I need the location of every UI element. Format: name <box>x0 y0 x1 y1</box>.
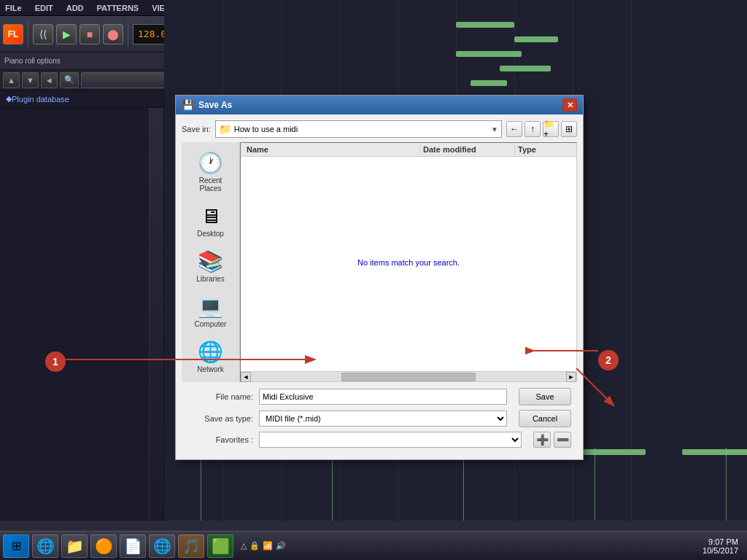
favorites-label: Favorites : <box>187 435 253 444</box>
column-date[interactable]: Date modified <box>420 144 515 155</box>
svg-line-2 <box>576 368 613 405</box>
filetype-select-wrapper: MIDI file (*.mid) <box>259 411 507 427</box>
nav-libraries[interactable]: 📚 Libraries <box>185 246 236 286</box>
filetype-row: Save as type: MIDI file (*.mid) Cancel <box>187 410 571 427</box>
dialog-body: Save in: 📁 How to use a midi ▼ ← ↑ 📁+ ⊞ <box>176 114 583 459</box>
taskbar-network[interactable]: 🌐 <box>149 534 175 558</box>
taskbar-pdf[interactable]: 📄 <box>120 534 146 558</box>
savein-dropdown-arrow[interactable]: ▼ <box>491 125 498 133</box>
filename-label: File name: <box>187 392 253 401</box>
dialog-titlebar: 💾 Save As ✕ <box>176 96 583 114</box>
nav-recent-places[interactable]: 🕐 Recent Places <box>185 148 236 195</box>
savein-select[interactable]: 📁 How to use a midi ▼ <box>215 120 502 138</box>
favorites-row: Favorites : ➕ ➖ <box>187 432 571 448</box>
clock-time: 9:07 PM <box>703 537 738 546</box>
nav-desktop[interactable]: 🖥 Desktop <box>185 201 236 241</box>
desktop-icon: 🖥 <box>201 204 221 228</box>
savein-value: How to use a midi <box>234 125 298 133</box>
annotation-arrow-3 <box>569 365 627 423</box>
savein-row: Save in: 📁 How to use a midi ▼ ← ↑ 📁+ ⊞ <box>182 120 577 138</box>
tray-icon-2: 🔒 <box>249 541 260 551</box>
filetype-select[interactable]: MIDI file (*.mid) <box>259 411 507 427</box>
filename-row: File name: Save <box>187 388 571 405</box>
view-icon[interactable]: ⊞ <box>561 121 577 137</box>
annotation-1: 1 <box>45 351 66 372</box>
filename-input[interactable] <box>259 389 507 405</box>
tray-icon-3: 📶 <box>263 541 273 551</box>
nav-libraries-label: Libraries <box>196 275 224 283</box>
nav-computer-label: Computer <box>195 320 227 328</box>
clock-date: 10/5/2017 <box>703 546 738 555</box>
annotation-arrow-1 <box>66 349 328 370</box>
column-name[interactable]: Name <box>244 144 420 155</box>
taskbar-fl[interactable]: 🎵 <box>178 534 204 558</box>
start-button[interactable]: ⊞ <box>3 534 29 558</box>
taskbar: ⊞ 🌐 📁 🟠 📄 🌐 🎵 🟩 △ 🔒 📶 🔊 9:07 PM 10/5/201… <box>0 531 747 560</box>
bottom-fields: File name: Save Save as type: MIDI file … <box>182 382 577 454</box>
taskbar-explorer[interactable]: 📁 <box>61 534 88 558</box>
favorites-select-wrapper <box>259 432 522 448</box>
save-dialog: 💾 Save As ✕ Save in: 📁 How to use a midi… <box>175 95 584 460</box>
taskbar-ie[interactable]: 🌐 <box>32 534 58 558</box>
dialog-close-button[interactable]: ✕ <box>562 98 577 112</box>
cancel-button-group: Cancel <box>519 410 571 427</box>
recent-places-icon: 🕐 <box>198 151 223 175</box>
column-type[interactable]: Type <box>515 144 573 155</box>
nav-computer[interactable]: 💻 Computer <box>185 292 236 331</box>
taskbar-clock: 9:07 PM 10/5/2017 <box>703 537 744 555</box>
dialog-content-area: 🕐 Recent Places 🖥 Desktop 📚 Libraries 💻 … <box>182 142 577 382</box>
taskbar-green[interactable]: 🟩 <box>207 534 233 558</box>
filetype-label: Save as type: <box>187 414 253 423</box>
cancel-button[interactable]: Cancel <box>519 410 571 427</box>
scroll-left-btn[interactable]: ◄ <box>241 372 251 382</box>
tray-icon-4: 🔊 <box>276 541 286 551</box>
dialog-overlay: 💾 Save As ✕ Save in: 📁 How to use a midi… <box>0 0 747 531</box>
save-button-group: Save <box>519 388 571 405</box>
folder-icon: 📁 <box>219 123 231 135</box>
new-folder-icon[interactable]: 📁+ <box>543 121 559 137</box>
favorites-buttons: ➕ ➖ <box>533 432 571 448</box>
file-list-header: Name Date modified Type <box>241 143 576 157</box>
tray-icon-1: △ <box>241 541 247 551</box>
fav-remove-btn[interactable]: ➖ <box>554 432 571 448</box>
nav-panel: 🕐 Recent Places 🖥 Desktop 📚 Libraries 💻 … <box>182 142 240 382</box>
dialog-title-text: Save As <box>198 100 232 110</box>
libraries-icon: 📚 <box>198 249 223 273</box>
fav-add-btn[interactable]: ➕ <box>533 432 551 448</box>
savein-label: Save in: <box>182 125 211 133</box>
system-tray: △ 🔒 📶 🔊 <box>236 541 290 551</box>
save-dialog-icon: 💾 <box>182 99 194 111</box>
nav-desktop-label: Desktop <box>197 230 224 238</box>
file-list-area: Name Date modified Type No items match y… <box>240 142 577 382</box>
nav-recent-label: Recent Places <box>188 176 233 192</box>
go-back-icon[interactable]: ← <box>506 121 522 137</box>
no-items-message: No items match your search. <box>357 258 460 267</box>
dialog-toolbar-icons: ← ↑ 📁+ ⊞ <box>506 121 577 137</box>
up-folder-icon[interactable]: ↑ <box>525 121 541 137</box>
scrollbar-thumb[interactable] <box>341 373 476 381</box>
save-button[interactable]: Save <box>519 388 571 405</box>
computer-icon: 💻 <box>198 295 223 319</box>
favorites-select[interactable] <box>259 432 522 448</box>
taskbar-chrome[interactable]: 🟠 <box>90 534 117 558</box>
